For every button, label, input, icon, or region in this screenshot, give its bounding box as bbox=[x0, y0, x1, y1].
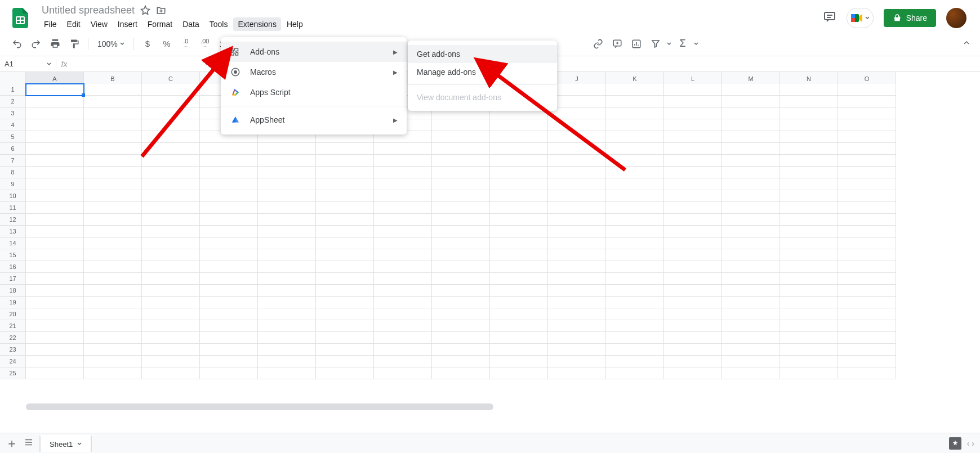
cell[interactable] bbox=[664, 308, 722, 320]
menu-view[interactable]: View bbox=[86, 17, 112, 31]
sheets-logo[interactable] bbox=[9, 7, 32, 29]
cell[interactable] bbox=[258, 226, 316, 237]
cell[interactable] bbox=[490, 190, 548, 202]
cell[interactable] bbox=[258, 237, 316, 249]
cell[interactable] bbox=[838, 226, 896, 237]
cell[interactable] bbox=[664, 119, 722, 131]
cell[interactable] bbox=[316, 285, 374, 297]
cell[interactable] bbox=[548, 237, 606, 249]
cell[interactable] bbox=[26, 344, 84, 356]
cell[interactable] bbox=[838, 119, 896, 131]
cell[interactable] bbox=[664, 367, 722, 379]
cell[interactable] bbox=[374, 320, 432, 332]
cell[interactable] bbox=[490, 367, 548, 379]
cell[interactable] bbox=[316, 367, 374, 379]
cell[interactable] bbox=[316, 226, 374, 237]
paint-format-button[interactable] bbox=[66, 36, 82, 52]
cell[interactable] bbox=[374, 237, 432, 249]
cell[interactable] bbox=[84, 131, 142, 143]
row-header[interactable]: 2 bbox=[0, 96, 26, 107]
cell[interactable] bbox=[200, 143, 258, 155]
cell[interactable] bbox=[374, 332, 432, 344]
row-header[interactable]: 1 bbox=[0, 84, 26, 96]
row-header[interactable]: 20 bbox=[0, 308, 26, 320]
cell[interactable] bbox=[200, 167, 258, 178]
cell[interactable] bbox=[316, 178, 374, 190]
cell[interactable] bbox=[722, 249, 780, 261]
cell[interactable] bbox=[664, 332, 722, 344]
cell[interactable] bbox=[548, 356, 606, 367]
cell[interactable] bbox=[548, 119, 606, 131]
cell[interactable] bbox=[780, 107, 838, 119]
cell[interactable] bbox=[490, 332, 548, 344]
cell[interactable] bbox=[26, 84, 84, 96]
cell[interactable] bbox=[142, 356, 200, 367]
cell[interactable] bbox=[838, 297, 896, 308]
cell[interactable] bbox=[316, 332, 374, 344]
cell[interactable] bbox=[26, 249, 84, 261]
cell[interactable] bbox=[606, 367, 664, 379]
cell[interactable] bbox=[548, 308, 606, 320]
cell[interactable] bbox=[548, 273, 606, 285]
cell[interactable] bbox=[84, 155, 142, 167]
zoom-select[interactable]: 100% bbox=[94, 39, 128, 48]
row-header[interactable]: 16 bbox=[0, 261, 26, 273]
cell[interactable] bbox=[548, 178, 606, 190]
cell[interactable] bbox=[200, 226, 258, 237]
insert-comment-button[interactable] bbox=[609, 36, 625, 52]
cell[interactable] bbox=[838, 367, 896, 379]
sheet-nav-arrows[interactable]: ‹› bbox=[967, 439, 974, 448]
cell[interactable] bbox=[316, 143, 374, 155]
cell[interactable] bbox=[374, 214, 432, 226]
cell[interactable] bbox=[142, 96, 200, 107]
cell[interactable] bbox=[374, 285, 432, 297]
row-header[interactable]: 21 bbox=[0, 320, 26, 332]
cell[interactable] bbox=[490, 237, 548, 249]
cell[interactable] bbox=[84, 167, 142, 178]
cell[interactable] bbox=[142, 308, 200, 320]
explore-button[interactable] bbox=[949, 437, 961, 450]
cell[interactable] bbox=[664, 249, 722, 261]
cell[interactable] bbox=[200, 308, 258, 320]
ext-menu-appsheet[interactable]: AppSheet▶ bbox=[221, 110, 407, 130]
cell[interactable] bbox=[490, 356, 548, 367]
cell[interactable] bbox=[838, 261, 896, 273]
document-title[interactable]: Untitled spreadsheet bbox=[42, 5, 135, 16]
cell[interactable] bbox=[374, 167, 432, 178]
cell[interactable] bbox=[84, 285, 142, 297]
cell[interactable] bbox=[490, 214, 548, 226]
cell[interactable] bbox=[200, 249, 258, 261]
meet-button[interactable] bbox=[847, 8, 874, 28]
cell[interactable] bbox=[432, 356, 490, 367]
cell[interactable] bbox=[258, 344, 316, 356]
cell[interactable] bbox=[722, 308, 780, 320]
cell[interactable] bbox=[26, 367, 84, 379]
cell[interactable] bbox=[432, 308, 490, 320]
cell[interactable] bbox=[84, 297, 142, 308]
cell[interactable] bbox=[142, 131, 200, 143]
cell[interactable] bbox=[722, 367, 780, 379]
cell[interactable] bbox=[548, 107, 606, 119]
cell[interactable] bbox=[780, 202, 838, 214]
cell[interactable] bbox=[838, 190, 896, 202]
cell[interactable] bbox=[838, 167, 896, 178]
cell[interactable] bbox=[722, 285, 780, 297]
cell[interactable] bbox=[722, 96, 780, 107]
cell[interactable] bbox=[432, 237, 490, 249]
cell[interactable] bbox=[316, 261, 374, 273]
cell[interactable] bbox=[200, 367, 258, 379]
cell[interactable] bbox=[490, 320, 548, 332]
cell[interactable] bbox=[722, 273, 780, 285]
cell[interactable] bbox=[490, 131, 548, 143]
cell[interactable] bbox=[838, 96, 896, 107]
cell[interactable] bbox=[606, 167, 664, 178]
account-avatar[interactable] bbox=[946, 8, 966, 28]
cell[interactable] bbox=[26, 320, 84, 332]
menu-tools[interactable]: Tools bbox=[205, 17, 233, 31]
cell[interactable] bbox=[722, 356, 780, 367]
filter-dropdown-icon[interactable] bbox=[667, 42, 671, 46]
cell[interactable] bbox=[258, 320, 316, 332]
cell[interactable] bbox=[490, 308, 548, 320]
cell[interactable] bbox=[374, 155, 432, 167]
cell[interactable] bbox=[258, 285, 316, 297]
